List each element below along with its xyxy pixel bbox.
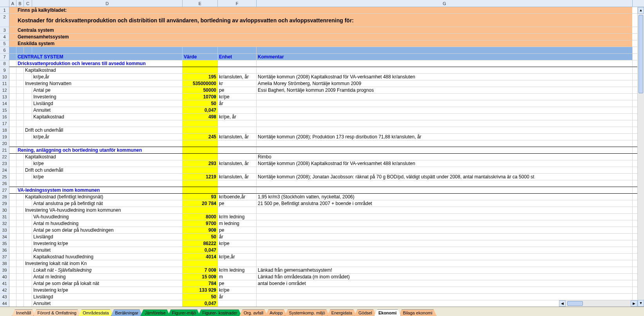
unit-cell[interactable]: år [218,234,257,240]
comment-cell[interactable] [257,260,633,267]
row-header-34[interactable]: 34 [0,234,9,240]
cell[interactable] [257,47,633,53]
unit-cell[interactable]: pe [218,87,257,93]
cell[interactable] [9,260,16,267]
cell[interactable] [9,120,16,127]
cell[interactable] [9,187,16,193]
row-header-26[interactable]: 26 [0,180,9,187]
unit-cell[interactable]: år [218,294,257,300]
comment-cell[interactable] [257,167,633,173]
cell[interactable] [9,267,16,273]
row-header-28[interactable]: 28 [0,194,9,200]
label-cell[interactable]: Drift och underhåll [24,127,183,133]
cell[interactable] [16,194,24,200]
label-cell[interactable]: Livslängd [32,234,183,240]
horizontal-scrollbar[interactable]: ◀ ▶ [559,300,637,307]
value-cell[interactable]: 133 929 [183,287,218,293]
sheet-tab[interactable]: Områdesdata [78,309,113,316]
cell[interactable] [183,47,218,53]
unit-cell[interactable]: pe [218,227,257,233]
unit-cell[interactable] [218,207,257,213]
row-header-19[interactable]: 19 [0,134,9,140]
comment-cell[interactable] [257,247,633,253]
sheet-tab[interactable]: Avlopp [265,309,287,316]
cell[interactable] [16,87,24,93]
label-cell[interactable] [24,120,183,127]
cell[interactable] [24,280,32,287]
row-header-15[interactable]: 15 [0,107,9,114]
unit-cell[interactable] [218,67,257,73]
label-cell[interactable]: Livslängd [32,294,183,300]
label-cell[interactable]: Antal pe som delar på lokalt nät [32,280,183,287]
row-header-13[interactable]: 13 [0,94,9,100]
cell[interactable] [16,80,24,87]
unit-cell[interactable] [218,260,257,267]
sheet-tab[interactable]: Org. avfall [239,309,268,316]
comment-cell[interactable]: Norrtälje kommun (2008) Kapitalkostnad f… [257,74,633,80]
cell[interactable] [9,180,16,187]
scroll-up-button[interactable]: ▲ [638,7,644,14]
label-cell[interactable]: Investering [32,94,183,100]
cell[interactable] [9,94,16,100]
cell[interactable] [9,174,16,180]
label-cell[interactable]: Antal m huvudledning [32,220,183,227]
row-header-30[interactable]: 30 [0,207,9,214]
value-cell[interactable]: 498 [183,114,218,120]
cell[interactable] [16,254,24,260]
comment-cell[interactable] [257,254,633,260]
value-cell[interactable] [183,180,218,187]
cell[interactable] [9,294,16,300]
value-cell[interactable]: 50 [183,234,218,240]
label-cell[interactable]: Investering kr/pe [32,240,183,247]
cell[interactable] [16,100,24,107]
label-cell[interactable]: kr/pe,år [32,134,183,140]
col-header-g[interactable]: G [257,0,633,7]
cell[interactable] [24,254,32,260]
cell[interactable] [9,287,16,293]
row-header-39[interactable]: 39 [0,267,9,274]
row-header-38[interactable]: 38 [0,260,9,267]
row-header-8[interactable]: 8 [0,60,9,67]
value-cell[interactable]: 9700 [183,220,218,227]
value-cell[interactable]: 86222 [183,240,218,247]
comment-cell[interactable] [257,114,633,120]
cell[interactable] [9,194,16,200]
cell[interactable] [9,274,16,280]
comment-cell[interactable] [257,207,633,213]
sheet-tab[interactable]: Gödsel [354,309,376,316]
label-cell[interactable]: Antal anslutna pe på befintligt nät [32,200,183,207]
scroll-down-button[interactable]: ▼ [638,300,644,307]
unit-cell[interactable]: kr/pe, år [218,114,257,120]
cell[interactable] [9,207,16,213]
value-cell[interactable]: 93 [183,194,218,200]
unit-cell[interactable]: kr/pe [218,287,257,293]
cell[interactable] [16,280,24,287]
col-header-a[interactable]: A [9,0,16,7]
comment-cell[interactable] [257,220,633,227]
label-cell[interactable]: Kapitalkostnad [24,67,183,73]
row-header-33[interactable]: 33 [0,227,9,234]
unit-cell[interactable] [218,154,257,160]
row-header-32[interactable]: 32 [0,220,9,227]
cell[interactable] [16,134,24,140]
sheet-tab[interactable]: Figurer-miljö [168,309,200,316]
cell[interactable] [24,174,32,180]
cell[interactable] [16,287,24,293]
unit-cell[interactable]: kr/ansluten, år [218,174,257,180]
cell[interactable] [9,74,16,80]
cell[interactable] [16,47,24,53]
row-header-1[interactable]: 1 [0,7,9,14]
cell[interactable] [16,67,24,73]
cell[interactable] [16,207,24,213]
unit-cell[interactable]: kr [218,80,257,87]
cell[interactable] [24,87,32,93]
comment-cell[interactable]: 1,95 kr/m3 (Stockholm vatten, nyckeltal,… [257,194,633,200]
cell[interactable] [16,294,24,300]
cell[interactable] [9,34,16,40]
comment-cell[interactable]: Norrtälje kommun (2008); Produktion 173 … [257,134,633,140]
cell[interactable] [257,60,633,67]
row-header-29[interactable]: 29 [0,200,9,207]
unit-cell[interactable]: kr/m ledning [218,214,257,220]
label-cell[interactable]: Annuitet [32,247,183,253]
cell[interactable] [9,47,16,53]
